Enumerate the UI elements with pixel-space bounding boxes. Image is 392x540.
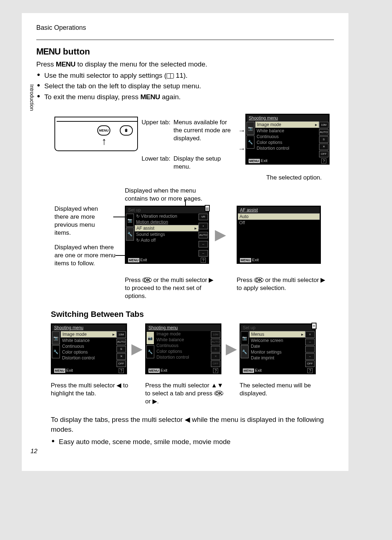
upper-tab-annot: Upper tab:Menus available for the curren… — [142, 118, 236, 142]
press-ok-apply: Press OK or the multi selector ▶ to appl… — [237, 276, 328, 292]
lcd-switch-2: Shooting menu 📷🔧 Image mode White balanc… — [145, 323, 221, 374]
lcd-shooting-menu-1: Shooting menu 📷🔧 Image mode▸ White balan… — [245, 114, 330, 165]
arrow-right-icon: ▶ — [215, 226, 226, 243]
more-items-annot: Displayed when there are one or more men… — [54, 243, 116, 267]
menu-label: MENU — [36, 47, 61, 56]
page-title: MENU button — [36, 47, 334, 57]
lcd-af-assist: AF assist Auto Off MENU Exit — [237, 206, 321, 264]
intro-text: Press MENU to display the menu for the s… — [36, 60, 334, 69]
delete-button-icon: 🗑 — [120, 125, 133, 136]
bullet-3: To exit the menu display, press MENU aga… — [44, 92, 334, 102]
page-number: 12 — [30, 448, 37, 455]
tabs-bullet: Easy auto mode, scene mode, smile mode, … — [59, 437, 327, 447]
book-icon — [167, 73, 174, 78]
lcd-setup-menu: Set up 📷🔧 ↻ Vibration reduction Motion d… — [125, 206, 209, 264]
side-tab-introduction: Introduction — [25, 83, 35, 134]
arrow-up-icon: ↑ — [102, 136, 107, 147]
section-switching-tabs: Switching Between Tabs — [51, 310, 144, 319]
lower-tab-annot: Lower tab:Display the setup menu. — [142, 155, 236, 171]
divider — [36, 40, 334, 40]
lcd-switch-1: Shooting menu 📷🔧 Image mode▸ White balan… — [51, 323, 127, 374]
scroll-indicator-icon: ≡ — [311, 323, 317, 329]
lcd-switch-3: Set up 📷🔧 Menus▸ Welcome screen Date Mon… — [240, 323, 316, 374]
switch-cap-2: Press the multi selector ▲▼ to select a … — [145, 382, 225, 406]
scroll-indicator-icon: ≡ — [205, 205, 210, 211]
prev-items-annot: Displayed when there are more previous m… — [54, 205, 113, 237]
arrow-right-icon: ▶ — [131, 340, 143, 357]
breadcrumb: Basic Operations — [36, 24, 334, 32]
menu-item-selected: Image mode▸ — [255, 121, 319, 128]
arrow-right-icon: ▶ — [226, 340, 237, 357]
tabs-note: To display the tabs, press the multi sel… — [51, 415, 330, 434]
switch-cap-1: Press the multi selector ◀ to highlight … — [51, 382, 131, 398]
press-ok-next: Press OK or the multi selector ▶ to proc… — [125, 276, 220, 300]
two-pages-annot: Displayed when the menu contains two or … — [125, 187, 219, 203]
af-assist-auto: Auto — [238, 213, 320, 220]
bullet-2: Select the tab on the left to display th… — [44, 81, 334, 91]
selected-option-label: The selected option. — [254, 174, 334, 182]
menu-item-af-assist: AF assist▸ — [135, 225, 199, 231]
bullet-1: Use the multi selector to apply settings… — [44, 70, 334, 81]
switch-cap-3: The selected menu will be displayed. — [240, 382, 319, 398]
camera-diagram: MENU 🗑 ↑ — [54, 117, 138, 151]
menu-button-icon: MENU — [97, 125, 110, 136]
